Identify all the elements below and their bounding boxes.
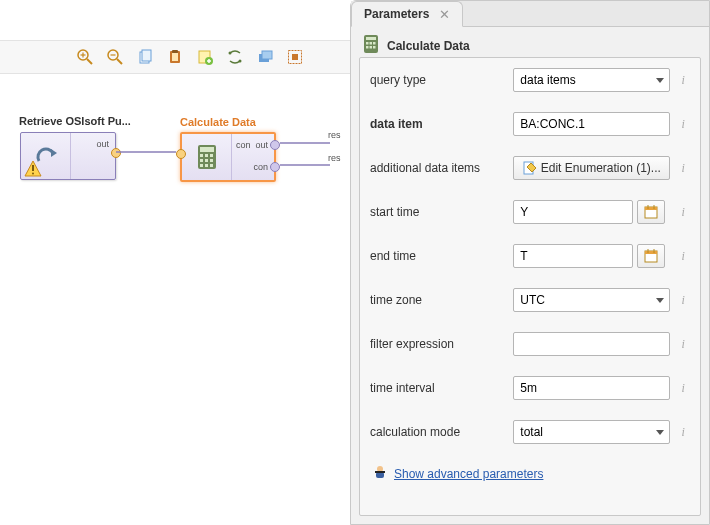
workflow-canvas[interactable]: Retrieve OSIsoft Pu... out Calculate Dat…: [0, 0, 350, 525]
panel-title: Calculate Data: [387, 39, 470, 53]
svg-line-1: [87, 59, 92, 64]
param-label: data item: [370, 117, 507, 131]
param-label: time zone: [370, 293, 507, 307]
info-icon[interactable]: i: [676, 425, 690, 439]
svg-rect-28: [200, 154, 203, 157]
info-icon[interactable]: i: [676, 293, 690, 307]
param-data-item: data item i: [360, 102, 700, 146]
node-out-port[interactable]: [111, 148, 121, 158]
query-type-select[interactable]: data items: [513, 68, 670, 92]
svg-point-16: [229, 52, 232, 55]
svg-rect-29: [205, 154, 208, 157]
svg-marker-22: [51, 149, 57, 157]
port-label: out: [255, 140, 268, 150]
zoom-out-icon[interactable]: [105, 47, 125, 67]
param-start-time: start time i: [360, 190, 700, 234]
layers-icon[interactable]: [255, 47, 275, 67]
svg-rect-19: [262, 51, 272, 59]
calculator-icon: [363, 35, 379, 56]
parameters-tab[interactable]: Parameters ✕: [351, 1, 463, 27]
button-label: Edit Enumeration (1)...: [541, 161, 661, 175]
time-interval-input[interactable]: [513, 376, 670, 400]
time-zone-select[interactable]: UTC: [513, 288, 670, 312]
svg-rect-11: [172, 50, 178, 53]
advanced-parameters-row: Show advanced parameters: [360, 454, 700, 493]
param-time-zone: time zone UTC i: [360, 278, 700, 322]
svg-rect-51: [645, 251, 657, 254]
select-all-icon[interactable]: [285, 47, 305, 67]
param-time-interval: time interval i: [360, 366, 700, 410]
param-filter-expression: filter expression i: [360, 322, 700, 366]
node-out-port[interactable]: [270, 140, 280, 150]
filter-expression-input[interactable]: [513, 332, 670, 356]
show-advanced-link[interactable]: Show advanced parameters: [394, 467, 543, 481]
svg-rect-33: [210, 159, 213, 162]
svg-rect-41: [373, 42, 376, 45]
parameters-panel: Parameters ✕ Calculate Data query type d…: [350, 0, 710, 525]
svg-rect-35: [205, 164, 208, 167]
paste-icon[interactable]: [165, 47, 185, 67]
param-label: end time: [370, 249, 507, 263]
param-calculation-mode: calculation mode total i: [360, 410, 700, 454]
svg-point-17: [239, 60, 242, 63]
copy-icon[interactable]: [135, 47, 155, 67]
warning-icon: [24, 160, 42, 181]
calendar-icon: [644, 249, 658, 263]
param-label: filter expression: [370, 337, 507, 351]
calculation-mode-select[interactable]: total: [513, 420, 670, 444]
svg-rect-21: [292, 54, 298, 60]
port-label: con: [253, 162, 268, 172]
param-label: calculation mode: [370, 425, 507, 439]
port-label: out: [96, 139, 109, 149]
svg-rect-39: [366, 42, 369, 45]
node-retrieve-osisoft[interactable]: Retrieve OSIsoft Pu... out: [20, 132, 116, 180]
svg-rect-30: [210, 154, 213, 157]
param-query-type: query type data items i: [360, 58, 700, 102]
svg-rect-56: [375, 471, 385, 473]
node-title: Calculate Data: [180, 116, 256, 128]
wire-end-label: res: [328, 130, 341, 140]
svg-rect-36: [210, 164, 213, 167]
node-con-port[interactable]: [270, 162, 280, 172]
svg-rect-40: [370, 42, 373, 45]
edit-icon: [523, 161, 537, 175]
param-label: start time: [370, 205, 507, 219]
end-time-input[interactable]: [513, 244, 633, 268]
param-label: time interval: [370, 381, 507, 395]
info-icon[interactable]: i: [676, 73, 690, 87]
port-label: con: [236, 140, 251, 150]
svg-rect-42: [366, 46, 369, 49]
arrange-icon[interactable]: [225, 47, 245, 67]
canvas-toolbar: [0, 40, 350, 74]
calendar-icon: [644, 205, 658, 219]
svg-line-5: [117, 59, 122, 64]
info-icon[interactable]: i: [676, 337, 690, 351]
close-icon[interactable]: ✕: [439, 7, 450, 22]
calculator-icon: [182, 134, 232, 180]
tab-label: Parameters: [364, 7, 429, 21]
data-item-input[interactable]: [513, 112, 670, 136]
info-icon[interactable]: i: [676, 161, 690, 175]
svg-point-25: [32, 173, 34, 175]
svg-rect-38: [366, 37, 376, 40]
info-icon[interactable]: i: [676, 381, 690, 395]
svg-rect-31: [200, 159, 203, 162]
svg-rect-8: [142, 50, 151, 61]
calendar-button[interactable]: [637, 244, 665, 268]
start-time-input[interactable]: [513, 200, 633, 224]
svg-rect-47: [645, 207, 657, 210]
new-note-icon[interactable]: [195, 47, 215, 67]
info-icon[interactable]: i: [676, 205, 690, 219]
parameters-list: query type data items i data item i: [359, 57, 701, 516]
param-label: additional data items: [370, 161, 507, 175]
param-end-time: end time i: [360, 234, 700, 278]
svg-rect-27: [200, 147, 214, 152]
edit-enumeration-button[interactable]: Edit Enumeration (1)...: [513, 156, 670, 180]
zoom-in-icon[interactable]: [75, 47, 95, 67]
node-in-port[interactable]: [176, 149, 186, 159]
calendar-button[interactable]: [637, 200, 665, 224]
node-calculate-data[interactable]: Calculate Data con out con: [180, 132, 276, 182]
info-icon[interactable]: i: [676, 117, 690, 131]
param-additional-items: additional data items Edit Enumeration (…: [360, 146, 700, 190]
info-icon[interactable]: i: [676, 249, 690, 263]
